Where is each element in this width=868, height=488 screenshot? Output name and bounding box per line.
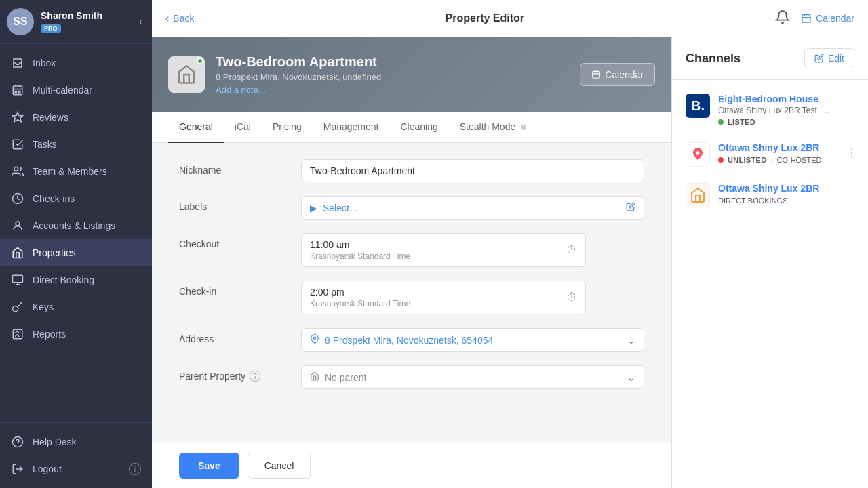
home-icon bbox=[310, 371, 319, 383]
map-pin-icon bbox=[310, 334, 319, 346]
sidebar-item-accounts[interactable]: Accounts & Listings bbox=[0, 212, 152, 239]
channel-item-direct[interactable]: Ottawa Shiny Lux 2BR DIRECT BOOKINGS bbox=[672, 175, 868, 216]
checkout-time-value: 11:00 am bbox=[310, 239, 410, 250]
sidebar: SS Sharon Smith PRO ‹ Inbox Multi-calend… bbox=[0, 0, 152, 488]
address-select[interactable]: 8 Prospekt Mira, Novokuznetsk, 654054 ⌄ bbox=[301, 328, 644, 352]
channel-name-2: Ottawa Shiny Lux 2BR bbox=[718, 142, 854, 153]
sidebar-item-reviews[interactable]: Reviews bbox=[0, 104, 152, 131]
airbnb-logo bbox=[686, 142, 710, 167]
parent-property-label: Parent Property ? bbox=[179, 365, 301, 382]
back-label: Back bbox=[173, 13, 194, 24]
channel-item-airbnb[interactable]: Ottawa Shiny Lux 2BR UNLISTED · CO-HOSTE… bbox=[672, 134, 868, 175]
status-text: LISTED bbox=[728, 118, 755, 126]
notification-bell-icon[interactable] bbox=[775, 9, 790, 28]
tab-general[interactable]: General bbox=[168, 112, 224, 143]
parent-property-help-icon: ? bbox=[250, 371, 260, 382]
property-details: Two-Bedroom Apartment 8 Prospekt Mira, N… bbox=[216, 54, 569, 95]
checkout-label: Checkout bbox=[179, 233, 301, 249]
channel-info-2: Ottawa Shiny Lux 2BR UNLISTED · CO-HOSTE… bbox=[718, 142, 854, 164]
checkout-time-input[interactable]: 11:00 am Krasnoyarsk Standard Time ⏱ bbox=[301, 233, 586, 267]
logout-icon bbox=[11, 462, 24, 476]
form-footer: Save Cancel bbox=[152, 443, 671, 488]
sidebar-item-label: Reports bbox=[33, 329, 66, 340]
labels-placeholder: Select... bbox=[323, 203, 357, 214]
property-header: Two-Bedroom Apartment 8 Prospekt Mira, N… bbox=[152, 37, 671, 112]
checkin-label: Check-in bbox=[179, 281, 301, 297]
sidebar-item-keys[interactable]: Keys bbox=[0, 293, 152, 321]
labels-edit-icon[interactable] bbox=[626, 202, 635, 214]
sidebar-footer: Help Desk Logout i bbox=[0, 422, 152, 488]
checkout-timezone: Krasnoyarsk Standard Time bbox=[310, 251, 410, 261]
inbox-icon bbox=[11, 56, 24, 70]
property-calendar-button[interactable]: Calendar bbox=[580, 63, 655, 86]
sidebar-item-check-ins[interactable]: Check-ins bbox=[0, 185, 152, 212]
svg-rect-12 bbox=[593, 71, 600, 78]
avatar: SS bbox=[7, 8, 34, 35]
svg-point-13 bbox=[313, 337, 316, 340]
sidebar-header: SS Sharon Smith PRO ‹ bbox=[0, 0, 152, 44]
sidebar-item-label: Reviews bbox=[33, 112, 68, 123]
sidebar-item-label: Logout bbox=[33, 464, 62, 474]
add-note-link[interactable]: Add a note... bbox=[216, 85, 569, 95]
sidebar-item-label: Check-ins bbox=[33, 193, 75, 204]
calendar-button[interactable]: Calendar bbox=[801, 13, 854, 24]
sidebar-item-multi-calendar[interactable]: Multi-calendar bbox=[0, 77, 152, 104]
parent-property-field: No parent ⌄ bbox=[301, 365, 644, 389]
tab-cleaning[interactable]: Cleaning bbox=[389, 112, 448, 143]
parent-property-row: Parent Property ? No parent ⌄ bbox=[179, 365, 644, 389]
edit-label: Edit bbox=[828, 53, 844, 64]
channels-edit-button[interactable]: Edit bbox=[804, 48, 854, 68]
sidebar-item-inbox[interactable]: Inbox bbox=[0, 49, 152, 77]
svg-marker-3 bbox=[13, 113, 23, 122]
checkout-field: 11:00 am Krasnoyarsk Standard Time ⏱ bbox=[301, 233, 586, 267]
nickname-input[interactable] bbox=[301, 159, 644, 182]
sidebar-item-reports[interactable]: Reports bbox=[0, 321, 152, 348]
reports-icon bbox=[11, 327, 24, 341]
chevron-down-icon: ⌄ bbox=[627, 335, 635, 346]
tab-stealth-mode[interactable]: Stealth Mode bbox=[449, 112, 537, 143]
sidebar-item-logout[interactable]: Logout i bbox=[0, 455, 152, 483]
tab-pricing[interactable]: Pricing bbox=[262, 112, 313, 143]
calendar-grid-icon bbox=[11, 83, 24, 97]
channel-info-3: Ottawa Shiny Lux 2BR DIRECT BOOKINGS bbox=[718, 183, 854, 205]
sidebar-item-tasks[interactable]: Tasks bbox=[0, 131, 152, 158]
direct-bookings-label: DIRECT BOOKINGS bbox=[718, 197, 787, 205]
back-button[interactable]: ‹ Back bbox=[165, 12, 194, 24]
sidebar-item-properties[interactable]: Properties bbox=[0, 239, 152, 266]
topbar-actions: Calendar bbox=[775, 9, 854, 28]
star-icon bbox=[11, 110, 24, 124]
calendar-label: Calendar bbox=[816, 13, 854, 24]
tab-ical[interactable]: iCal bbox=[224, 112, 262, 143]
sidebar-item-team[interactable]: Team & Members bbox=[0, 158, 152, 185]
channel-status-3: DIRECT BOOKINGS bbox=[718, 197, 854, 205]
channel-sub: Ottawa Shiny Lux 2BR Test, 8 Pros... bbox=[718, 106, 833, 115]
checkin-time-input[interactable]: 2:00 pm Krasnoyarsk Standard Time ⏱ bbox=[301, 281, 586, 314]
sidebar-item-label: Multi-calendar bbox=[33, 85, 92, 96]
channel-item-booking[interactable]: B. Eight-Bedroom House Ottawa Shiny Lux … bbox=[672, 85, 868, 134]
info-icon: i bbox=[129, 463, 141, 475]
user-info: Sharon Smith PRO bbox=[41, 10, 136, 33]
address-value: 8 Prospekt Mira, Novokuznetsk, 654054 bbox=[325, 335, 622, 346]
sidebar-item-label: Help Desk bbox=[33, 436, 77, 447]
channel-status-2: UNLISTED · CO-HOSTED bbox=[718, 156, 854, 164]
checkin-row: Check-in 2:00 pm Krasnoyarsk Standard Ti… bbox=[179, 281, 644, 314]
help-icon bbox=[11, 435, 24, 449]
sidebar-item-direct-booking[interactable]: Direct Booking bbox=[0, 266, 152, 293]
checkin-timezone: Krasnoyarsk Standard Time bbox=[310, 299, 410, 308]
property-active-dot bbox=[197, 58, 203, 64]
save-button[interactable]: Save bbox=[179, 453, 239, 479]
tabs-bar: General iCal Pricing Management Cleaning… bbox=[152, 112, 671, 143]
parent-property-select[interactable]: No parent ⌄ bbox=[301, 365, 644, 389]
topbar: ‹ Back Property Editor Calendar bbox=[152, 0, 868, 37]
channel-more-menu[interactable]: ⋮ bbox=[844, 144, 860, 162]
collapse-button[interactable]: ‹ bbox=[136, 13, 145, 30]
channels-title: Channels bbox=[686, 52, 741, 66]
property-calendar-label: Calendar bbox=[605, 69, 644, 80]
cancel-button[interactable]: Cancel bbox=[248, 453, 311, 479]
property-icon bbox=[168, 56, 205, 93]
labels-select[interactable]: ▶ Select... bbox=[301, 196, 644, 220]
tab-management[interactable]: Management bbox=[313, 112, 390, 143]
clock-icon-2: ⏱ bbox=[566, 291, 577, 304]
property-editor: Two-Bedroom Apartment 8 Prospekt Mira, N… bbox=[152, 37, 671, 488]
sidebar-item-help-desk[interactable]: Help Desk bbox=[0, 428, 152, 455]
